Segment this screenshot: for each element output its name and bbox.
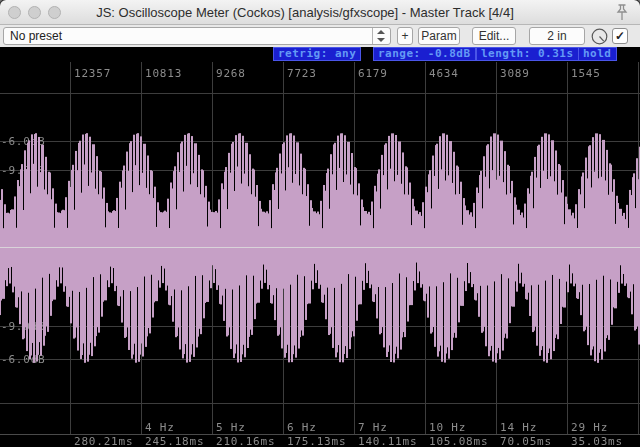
ms-tick-label: 280.21ms (74, 435, 133, 447)
ms-tick-label: 35.03ms (571, 435, 623, 447)
hz-tick-label: 4 Hz (145, 421, 175, 434)
freq-tick-label: 1545 (571, 67, 601, 80)
window-title: JS: Oscilloscope Meter (Cockos) [analysi… (0, 0, 610, 25)
ms-tick-label: 245.18ms (145, 435, 204, 447)
scope-parameter-row: retrig: anyrange: -0.8dBlength: 0.31shol… (0, 47, 640, 62)
param-box-range[interactable]: range: -0.8dB (373, 47, 476, 61)
oscilloscope-display: -6.0dB-9.0dB-9.0dB-6.0dB 123571081392687… (0, 62, 640, 447)
freq-tick-label: 9268 (216, 67, 246, 80)
freq-tick-label: 10813 (145, 67, 182, 80)
hz-tick-label: 6 Hz (287, 421, 317, 434)
freq-tick-label: 3089 (500, 67, 530, 80)
preset-dropdown[interactable]: No preset (3, 27, 391, 45)
preset-stepper[interactable] (372, 28, 390, 44)
chevron-up-icon (377, 30, 385, 34)
pin-icon[interactable] (613, 2, 631, 23)
add-preset-button[interactable]: + (397, 27, 413, 45)
io-button[interactable]: 2 in (529, 27, 585, 45)
hz-tick-label: 10 Hz (429, 421, 466, 434)
bypass-checkbox[interactable]: ✓ (612, 28, 628, 44)
toolbar: No preset + Param Edit... 2 in ✓ (0, 25, 640, 47)
plugin-window: JS: Oscilloscope Meter (Cockos) [analysi… (0, 0, 640, 447)
chevron-down-icon (377, 38, 385, 42)
param-box-length[interactable]: length: 0.31s (476, 47, 579, 61)
freq-tick-label: 4634 (429, 67, 459, 80)
ms-tick-label: 105.08ms (429, 435, 488, 447)
checkmark-icon: ✓ (615, 29, 625, 43)
hz-tick-label: 7 Hz (358, 421, 388, 434)
freq-tick-label: 7723 (287, 67, 317, 80)
ms-tick-label: 70.05ms (500, 435, 552, 447)
hz-tick-label: 5 Hz (216, 421, 246, 434)
scope-trace (0, 62, 640, 447)
param-button[interactable]: Param (418, 27, 460, 45)
param-box-hold[interactable]: hold (578, 47, 617, 61)
edit-button[interactable]: Edit... (472, 27, 516, 45)
ms-tick-label: 140.11ms (358, 435, 417, 447)
ms-tick-label: 210.16ms (216, 435, 275, 447)
preset-value: No preset (10, 28, 62, 44)
freq-tick-label: 6179 (358, 67, 388, 80)
ms-tick-label: 175.13ms (287, 435, 346, 447)
freq-tick-label: 12357 (74, 67, 111, 80)
title-bar: JS: Oscilloscope Meter (Cockos) [analysi… (0, 0, 640, 25)
param-box-retrig[interactable]: retrig: any (273, 47, 361, 61)
hz-tick-label: 29 Hz (571, 421, 608, 434)
hz-tick-label: 14 Hz (500, 421, 537, 434)
wet-dry-knob-icon[interactable] (591, 28, 608, 45)
